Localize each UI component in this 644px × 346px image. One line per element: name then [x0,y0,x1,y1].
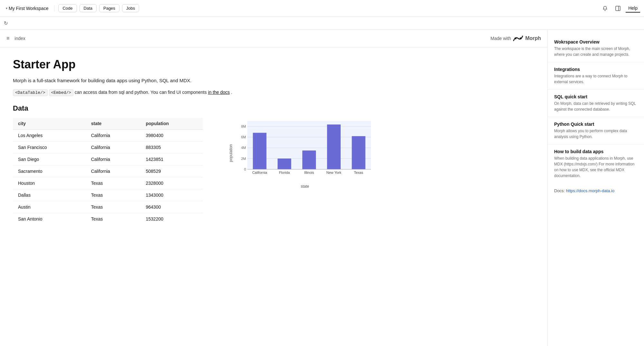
main-layout: ≡ index Made with Morph Starter App Morp… [0,30,644,346]
svg-rect-0 [616,6,620,11]
workspace-name: My First Workspace [9,6,48,11]
help-item-desc: The workspace is the main screen of Morp… [554,46,638,57]
help-item[interactable]: Wokrspace OverviewThe workspace is the m… [548,35,644,62]
cell-city: San Diego [13,153,86,165]
svg-point-2 [515,37,516,39]
help-item[interactable]: IntegrationsIntegrations are a way to co… [548,62,644,90]
help-item-title: Integrations [554,67,638,72]
table-row: San FranciscoCalifornia883305 [13,142,203,153]
bar-california [253,133,266,169]
cell-city: San Francisco [13,142,86,153]
bar-texas [352,136,365,169]
refresh-icon[interactable]: ↻ [4,20,8,26]
jobs-tab[interactable]: Jobs [122,4,139,12]
cell-state: Texas [86,177,141,189]
bar-florida [278,159,291,169]
col-population: population [141,118,203,130]
cell-population: 3980400 [141,130,203,142]
content-body: Starter App Morph is a full-stack framew… [0,47,547,245]
morph-brand-text: Morph [525,35,541,41]
help-item[interactable]: SQL quick startOn Morph, data can be ret… [548,90,644,117]
svg-text:Illinois: Illinois [304,171,314,174]
chart-y-label: population [229,144,233,162]
cell-city: Sacramento [13,165,86,177]
bar-illinois [302,151,316,169]
cell-state: Texas [86,213,141,225]
svg-text:4M: 4M [241,146,246,150]
svg-text:8M: 8M [241,124,246,128]
app-title: Starter App [13,58,535,71]
help-item-desc: Morph allows you to perform complex data… [554,128,638,140]
cell-state: Texas [86,189,141,201]
table-row: AustinTexas964300 [13,201,203,213]
chart-x-label: state [236,184,374,189]
data-tab[interactable]: Data [80,4,97,12]
svg-text:2M: 2M [241,157,246,161]
bell-icon[interactable] [600,3,610,14]
help-item[interactable]: Python Quick startMorph allows you to pe… [548,117,644,144]
svg-text:New York: New York [327,171,342,174]
docs-text: Docs: [554,188,566,193]
sidebar-icon[interactable] [613,3,623,14]
datatable-code: <DataTable/> [13,89,48,96]
table-row: San AntonioTexas1532200 [13,213,203,225]
help-item-title: How to build data apps [554,149,638,154]
cell-city: San Antonio [13,213,86,225]
made-with: Made with Morph [490,35,541,42]
code-suffix: . [231,90,232,95]
table-row: HoustonTexas2328000 [13,177,203,189]
help-item-desc: Integrations are a way to connect Morph … [554,73,638,85]
page-index: index [14,36,25,41]
code-middle-text: can access data from sql and python. You… [75,90,208,95]
workspace-dropdown[interactable]: ▾ My First Workspace [4,5,50,12]
right-panel: Wokrspace OverviewThe workspace is the m… [547,30,644,346]
col-city: city [13,118,86,130]
made-with-text: Made with [490,36,511,41]
cell-population: 964300 [141,201,203,213]
cell-state: California [86,142,141,153]
svg-point-3 [520,37,522,39]
content-header: ≡ index Made with Morph [0,30,547,47]
cell-population: 1423851 [141,153,203,165]
svg-text:6M: 6M [241,135,246,139]
section-title: Data [13,104,535,113]
table-row: DallasTexas1343000 [13,189,203,201]
chart-wrap: 02M4M6M8MCaliforniaFloridaIllinoisNew Yo… [236,118,374,189]
cell-city: Los Angeles [13,130,86,142]
bar-chart-svg: 02M4M6M8MCaliforniaFloridaIllinoisNew Yo… [236,118,374,182]
table-row: San DiegoCalifornia1423851 [13,153,203,165]
hamburger-icon[interactable]: ≡ [6,35,9,41]
code-tab[interactable]: Code [58,4,77,12]
nav-divider [54,5,54,12]
docs-url-link[interactable]: https://docs.morph-data.io [566,188,614,193]
pages-tab[interactable]: Pages [99,4,119,12]
left-content: ≡ index Made with Morph Starter App Morp… [0,30,547,346]
top-nav: ▾ My First Workspace Code Data Pages Job… [0,0,644,17]
app-desc: Morph is a full-stack framework for buil… [13,78,535,83]
morph-logo-icon [513,35,523,42]
help-item-desc: On Morph, data can be retrieved by writi… [554,101,638,112]
table-row: SacramentoCalifornia508529 [13,165,203,177]
header-left: ≡ index [6,35,25,41]
svg-text:Texas: Texas [354,171,363,174]
help-item-title: SQL quick start [554,94,638,99]
cell-state: Texas [86,201,141,213]
cell-population: 1343000 [141,189,203,201]
docs-link[interactable]: in the docs [208,90,230,95]
cell-city: Austin [13,201,86,213]
help-item-desc: When building data applications in Morph… [554,155,638,179]
help-label[interactable]: Help [626,4,640,13]
cell-state: California [86,153,141,165]
cell-population: 2328000 [141,177,203,189]
help-item-title: Python Quick start [554,122,638,127]
cell-state: California [86,130,141,142]
cell-state: California [86,165,141,177]
help-item[interactable]: How to build data appsWhen building data… [548,144,644,183]
cell-population: 883305 [141,142,203,153]
code-line: <DataTable/> <Embed/> can access data fr… [13,90,535,95]
help-item-title: Wokrspace Overview [554,39,638,44]
bar-new-york [327,124,341,169]
cell-population: 1532200 [141,213,203,225]
svg-text:0: 0 [244,167,246,171]
second-bar: ↻ [0,17,644,30]
